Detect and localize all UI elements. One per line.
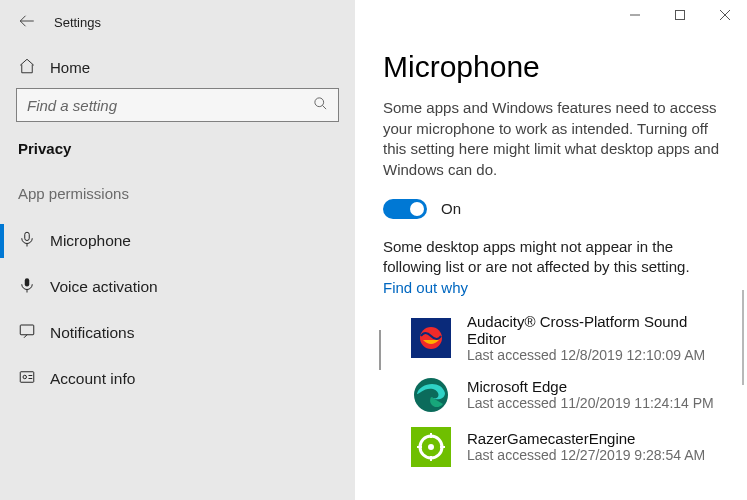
home-icon	[18, 57, 36, 78]
search-input[interactable]	[16, 88, 339, 122]
app-name: Microsoft Edge	[467, 378, 714, 395]
app-last-accessed: Last accessed 11/20/2019 11:24:14 PM	[467, 395, 714, 411]
svg-rect-11	[20, 325, 34, 335]
back-icon[interactable]	[18, 12, 36, 33]
audacity-icon	[411, 318, 451, 358]
sidebar-item-account-info[interactable]: Account info	[0, 356, 355, 402]
app-last-accessed: Last accessed 12/27/2019 9:28:54 AM	[467, 447, 705, 463]
window-controls	[612, 0, 747, 30]
svg-rect-12	[20, 372, 34, 383]
microphone-icon	[18, 230, 36, 252]
sidebar-item-notifications[interactable]: Notifications	[0, 310, 355, 356]
svg-rect-9	[25, 278, 30, 286]
page-title: Microphone	[383, 50, 719, 84]
svg-point-21	[428, 444, 434, 450]
sidebar-item-label: Microphone	[50, 232, 131, 250]
window-title: Settings	[54, 15, 101, 30]
voice-icon	[18, 276, 36, 298]
search-icon	[313, 96, 328, 114]
find-out-why-link[interactable]: Find out why	[383, 279, 468, 296]
sidebar-item-label: Voice activation	[50, 278, 158, 296]
search-field[interactable]	[27, 97, 313, 114]
home-nav[interactable]: Home	[0, 47, 355, 88]
note-text: Some desktop apps might not appear in th…	[383, 237, 719, 299]
sidebar-item-label: Account info	[50, 370, 135, 388]
content-scrollbar[interactable]	[742, 290, 744, 385]
close-button[interactable]	[702, 0, 747, 30]
note-prefix: Some desktop apps might not appear in th…	[383, 238, 690, 276]
app-last-accessed: Last accessed 12/8/2019 12:10:09 AM	[467, 347, 719, 363]
nav-list: Microphone Voice activation Notification…	[0, 218, 355, 402]
notifications-icon	[18, 322, 36, 344]
svg-rect-7	[25, 232, 30, 240]
app-name: RazerGamecasterEngine	[467, 430, 705, 447]
edge-icon	[411, 375, 451, 415]
account-icon	[18, 368, 36, 390]
inner-scrollbar[interactable]	[379, 330, 381, 370]
list-item: Microsoft Edge Last accessed 11/20/2019 …	[411, 375, 719, 415]
app-list: Audacity® Cross-Platform Sound Editor La…	[383, 313, 719, 467]
group-header: App permissions	[0, 161, 355, 212]
svg-rect-1	[675, 11, 684, 20]
page-description: Some apps and Windows features need to a…	[383, 98, 719, 181]
svg-line-6	[322, 105, 326, 109]
svg-point-5	[315, 98, 324, 107]
sidebar-item-voice-activation[interactable]: Voice activation	[0, 264, 355, 310]
content-pane: Microphone Some apps and Windows feature…	[355, 0, 747, 500]
list-item: Audacity® Cross-Platform Sound Editor La…	[411, 313, 719, 363]
current-category: Privacy	[0, 136, 355, 161]
razer-icon	[411, 427, 451, 467]
sidebar-item-label: Notifications	[50, 324, 134, 342]
app-name: Audacity® Cross-Platform Sound Editor	[467, 313, 719, 347]
minimize-button[interactable]	[612, 0, 657, 30]
toggle-state-label: On	[441, 200, 461, 217]
sidebar-item-microphone[interactable]: Microphone	[0, 218, 355, 264]
microphone-toggle[interactable]	[383, 199, 427, 219]
sidebar: Settings Home Privacy App permissions	[0, 0, 355, 500]
maximize-button[interactable]	[657, 0, 702, 30]
list-item: RazerGamecasterEngine Last accessed 12/2…	[411, 427, 719, 467]
home-label: Home	[50, 59, 90, 76]
svg-point-13	[23, 375, 26, 378]
